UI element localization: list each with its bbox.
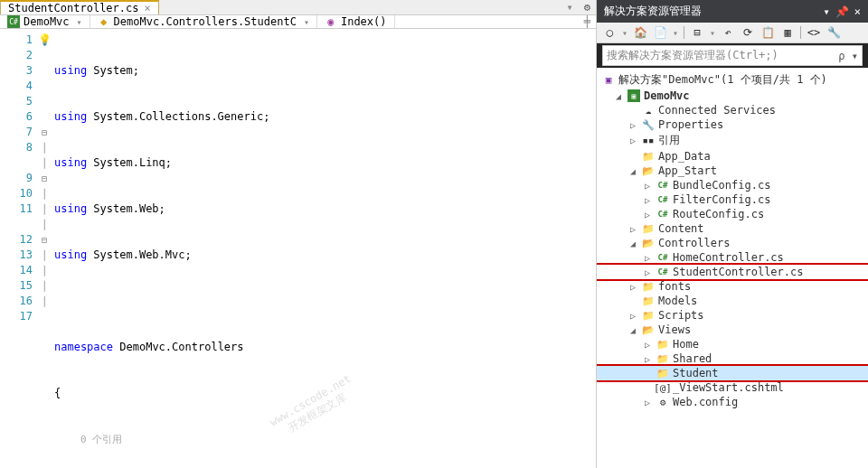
cs-file-icon: C# [656,251,669,264]
tree-file-student-controller[interactable]: ▷C#StudentController.cs [597,265,868,279]
chevron-down-icon: ▾ [304,17,309,27]
cshtml-icon: [@] [656,381,669,394]
sync-icon[interactable]: 📄 [653,25,667,40]
expander-icon[interactable]: ▷ [642,398,653,407]
expander-icon[interactable]: ◢ [627,239,638,248]
project-icon: C# [7,15,20,28]
collapse-icon[interactable]: ⊟ [690,25,704,40]
code-editor[interactable]: 123 456 78 91011 1213 141516 17 💡 ⊟ ││ ⊟… [0,29,596,468]
tree-file[interactable]: ▷C#RouteConfig.cs [597,207,868,221]
tree-file[interactable]: ▷⚙Web.config [597,395,868,409]
crumb-project[interactable]: C# DemoMvc ▾ [0,15,90,28]
dropdown-icon[interactable]: ▾ [824,5,830,18]
tree-view-home[interactable]: ▷📁Home [597,337,868,351]
folder-icon: 📂 [642,164,655,177]
expander-icon[interactable]: ▷ [627,282,638,292]
gear-icon[interactable]: ⚙ [579,1,596,14]
line-gutter: 123 456 78 91011 1213 141516 17 [0,29,38,468]
expander-icon[interactable]: ▷ [627,120,638,130]
tree-solution[interactable]: ▣解决方案"DemoMvc"(1 个项目/共 1 个) [597,71,868,89]
tree-controllers[interactable]: ◢📂Controllers [597,236,868,250]
folder-icon: 📂 [642,323,655,336]
refresh-icon[interactable]: ⟳ [741,25,755,40]
explorer-toolbar: ◯ ▾ 🏠 📄 ▾ ⊟ ▾ ↶ ⟳ 📋 ▦ <> 🔧 [597,23,868,43]
expander-icon[interactable]: ▷ [642,195,653,205]
class-icon: ◆ [98,15,110,28]
search-input[interactable]: 搜索解决方案资源管理器(Ctrl+;) ρ ▾ [602,45,863,66]
code-content: using System; using System.Collections.G… [51,29,596,468]
fold-icon[interactable]: ⊟ [38,232,51,248]
expander-icon[interactable]: ▷ [642,181,653,191]
back-icon[interactable]: ◯ [602,25,617,40]
tab-bar: StudentController.cs × ▾ ⚙ [0,0,596,15]
solution-tree: ▣解决方案"DemoMvc"(1 个项目/共 1 个) ◢▣DemoMvc ☁C… [597,68,868,468]
expander-icon[interactable]: ◢ [627,325,638,335]
expander-icon[interactable]: ▷ [642,210,653,220]
crumb-method[interactable]: ◉ Index() [317,15,395,28]
expander-icon[interactable]: ▷ [642,340,653,350]
properties-icon[interactable]: 📋 [760,25,775,40]
tree-file[interactable]: ▷C#BundleConfig.cs [597,178,868,192]
tree-view-shared[interactable]: ▷📁Shared [597,351,868,366]
dropdown-icon[interactable]: ▾ [561,1,579,14]
method-icon: ◉ [325,15,337,28]
cs-file-icon: C# [656,266,669,278]
cloud-icon: ☁ [642,104,655,117]
view-icon[interactable]: ▦ [780,25,795,40]
folder-icon: 📁 [656,352,669,365]
solution-explorer: 解决方案资源管理器 ▾ 📌 × ◯ ▾ 🏠 📄 ▾ ⊟ ▾ ↶ ⟳ 📋 ▦ <>… [597,0,868,468]
expander-icon[interactable]: ◢ [613,91,624,101]
expander-icon[interactable]: ▷ [627,224,638,234]
code-icon[interactable]: <> [807,25,821,40]
expander-icon[interactable]: ▷ [627,136,638,145]
expander-icon[interactable]: ▷ [642,267,653,277]
folder-icon: 📁 [642,295,655,307]
pin-icon[interactable]: 📌 [835,5,849,18]
split-icon[interactable]: ╪ [579,15,596,28]
tree-content[interactable]: ▷📁Content [597,221,868,236]
folder-icon: 📂 [642,237,655,249]
tree-appdata[interactable]: 📁App_Data [597,149,868,164]
fold-icon[interactable]: ⊟ [38,125,51,140]
tree-references[interactable]: ▷▪▪引用 [597,132,868,149]
tree-connected-services[interactable]: ☁Connected Services [597,103,868,117]
fold-icon[interactable]: ⊟ [38,171,51,186]
expander-icon[interactable]: ▷ [642,253,653,263]
tree-fonts[interactable]: ▷📁fonts [597,279,868,294]
cs-file-icon: C# [656,179,669,192]
fold-column: 💡 ⊟ ││ ⊟ │││ ⊟ ││││ [38,29,51,468]
config-icon: ⚙ [656,396,669,408]
home-icon[interactable]: 🏠 [633,25,647,40]
folder-icon: 📁 [642,150,655,163]
tree-views[interactable]: ◢📂Views [597,323,868,337]
folder-icon: 📁 [642,309,655,322]
tree-project[interactable]: ◢▣DemoMvc [597,89,868,103]
close-icon[interactable]: × [145,2,151,14]
close-icon[interactable]: × [854,5,861,18]
search-clear-icon[interactable]: ρ ▾ [838,50,858,62]
tree-view-student[interactable]: 📁Student [597,366,868,380]
tree-file[interactable]: ▷C#FilterConfig.cs [597,192,868,207]
tree-models[interactable]: 📁Models [597,294,868,308]
show-all-icon[interactable]: ↶ [721,25,735,40]
tab-label: StudentController.cs [8,2,139,14]
wrench-icon[interactable]: 🔧 [826,25,841,40]
bulb-icon[interactable]: 💡 [38,33,52,46]
chevron-down-icon: ▾ [77,17,82,27]
tree-scripts[interactable]: ▷📁Scripts [597,308,868,323]
expander-icon[interactable]: ◢ [627,166,638,176]
folder-icon: 📁 [642,222,655,235]
folder-icon: 📁 [656,338,669,351]
expander-icon[interactable]: ▷ [627,311,638,321]
file-tab[interactable]: StudentController.cs × [0,0,159,14]
tree-properties[interactable]: ▷🔧Properties [597,117,868,132]
cs-file-icon: C# [656,208,669,220]
tree-file[interactable]: [@]_ViewStart.cshtml [597,380,868,395]
project-icon: ▣ [627,89,640,102]
tree-file[interactable]: ▷C#HomeController.cs [597,250,868,265]
breadcrumb: C# DemoMvc ▾ ◆ DemoMvc.Controllers.Stude… [0,15,596,29]
crumb-namespace[interactable]: ◆ DemoMvc.Controllers.StudentC ▾ [90,15,317,28]
tree-appstart[interactable]: ◢📂App_Start [597,164,868,178]
editor-pane: StudentController.cs × ▾ ⚙ C# DemoMvc ▾ … [0,0,597,468]
expander-icon[interactable]: ▷ [642,354,653,364]
